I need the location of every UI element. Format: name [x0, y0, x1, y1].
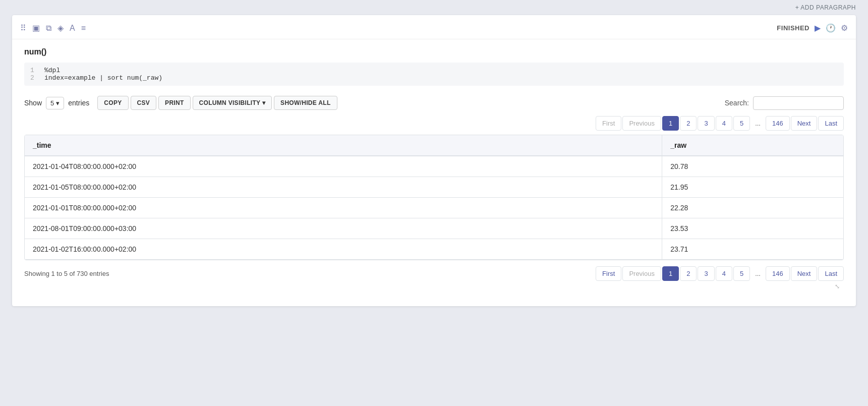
column-visibility-button[interactable]: COLUMN VISIBILITY ▾ — [193, 96, 272, 110]
main-card: ⠿ ▣ ⧉ ◈ A ≡ FINISHED ▶ 🕐 ⚙ num() 1 %dpl … — [12, 15, 856, 306]
page-4-top[interactable]: 4 — [716, 116, 732, 131]
table-row: 2021-08-01T09:00:00.000+03:0023.53 — [25, 218, 843, 239]
first-page-top[interactable]: First — [596, 116, 621, 131]
cell-raw-0: 20.78 — [662, 156, 843, 177]
search-input[interactable] — [753, 96, 844, 110]
clock-icon[interactable]: 🕐 — [826, 23, 836, 33]
page-1-bottom[interactable]: 1 — [662, 266, 679, 281]
page-3-top[interactable]: 3 — [698, 116, 714, 131]
card-body: num() 1 %dpl 2 index=example | sort num(… — [12, 39, 856, 298]
cell-raw-4: 23.71 — [662, 239, 843, 260]
section-title: num() — [24, 47, 844, 56]
cell-time-3: 2021-08-01T09:00:00.000+03:00 — [25, 218, 662, 239]
copy-button[interactable]: COPY — [97, 96, 128, 110]
search-label: Search: — [725, 99, 749, 107]
table-row: 2021-01-01T08:00:00.000+02:0022.28 — [25, 198, 843, 218]
pagination-top-nav: First Previous 1 2 3 4 5 ... 146 Next La… — [596, 116, 844, 131]
table-wrapper: _time _raw 2021-01-04T08:00:00.000+02:00… — [24, 135, 844, 260]
add-paragraph-button[interactable]: + ADD PARAGRAPH — [795, 4, 856, 11]
page-2-bottom[interactable]: 2 — [680, 266, 697, 281]
previous-page-bottom[interactable]: Previous — [622, 266, 661, 281]
show-entries: Show 5 ▾ entries — [24, 97, 89, 109]
toolbar-left: ⠿ ▣ ⧉ ◈ A ≡ — [20, 23, 86, 33]
cell-time-1: 2021-01-05T08:00:00.000+02:00 — [25, 177, 662, 198]
cell-time-0: 2021-01-04T08:00:00.000+02:00 — [25, 156, 662, 177]
pagination-top: First Previous 1 2 3 4 5 ... 146 Next La… — [24, 116, 844, 131]
finished-label: FINISHED — [777, 24, 809, 32]
page-5-top[interactable]: 5 — [733, 116, 750, 131]
code-block: 1 %dpl 2 index=example | sort num(_raw) — [24, 63, 844, 86]
table-row: 2021-01-05T08:00:00.000+02:0021.95 — [25, 177, 843, 198]
next-page-top[interactable]: Next — [791, 116, 818, 131]
pagination-bottom-nav: First Previous 1 2 3 4 5 ... 146 Next La… — [596, 266, 844, 281]
cell-raw-1: 21.95 — [662, 177, 843, 198]
text-icon[interactable]: A — [70, 24, 75, 33]
settings-icon[interactable]: ⚙ — [841, 23, 848, 33]
resize-handle[interactable]: ⤡ — [24, 281, 844, 290]
page-146-bottom[interactable]: 146 — [766, 266, 790, 281]
top-bar: + ADD PARAGRAPH — [0, 0, 868, 15]
code-line-2: 2 index=example | sort num(_raw) — [30, 74, 838, 82]
next-page-bottom[interactable]: Next — [791, 266, 818, 281]
first-page-bottom[interactable]: First — [596, 266, 621, 281]
action-buttons: COPY CSV PRINT COLUMN VISIBILITY ▾ SHOW/… — [97, 96, 337, 110]
show-label: Show — [24, 99, 42, 107]
page-146-top[interactable]: 146 — [766, 116, 790, 131]
page-2-top[interactable]: 2 — [680, 116, 697, 131]
table-header-row: _time _raw — [25, 135, 843, 156]
data-table: _time _raw 2021-01-04T08:00:00.000+02:00… — [25, 135, 843, 260]
datatable-controls: Show 5 ▾ entries COPY CSV PRINT COLUMN V… — [24, 96, 844, 110]
cell-raw-3: 23.53 — [662, 218, 843, 239]
page-5-bottom[interactable]: 5 — [733, 266, 750, 281]
run-icon[interactable]: ▶ — [815, 23, 821, 33]
toolbar-right: FINISHED ▶ 🕐 ⚙ — [777, 23, 848, 33]
copy-doc-icon[interactable]: ⧉ — [46, 24, 51, 33]
page-3-bottom[interactable]: 3 — [698, 266, 714, 281]
entries-label: entries — [68, 99, 89, 107]
show-value: 5 — [50, 99, 54, 107]
ellipsis-bottom: ... — [751, 267, 765, 280]
table-footer: Showing 1 to 5 of 730 entries First Prev… — [24, 266, 844, 281]
card-toolbar: ⠿ ▣ ⧉ ◈ A ≡ FINISHED ▶ 🕐 ⚙ — [12, 23, 856, 39]
previous-page-top[interactable]: Previous — [622, 116, 661, 131]
show-hide-all-button[interactable]: SHOW/HIDE ALL — [274, 96, 337, 110]
showing-text: Showing 1 to 5 of 730 entries — [24, 270, 109, 277]
code-line-1: 1 %dpl — [30, 67, 838, 74]
page-1-top[interactable]: 1 — [662, 116, 679, 131]
code-text-1: %dpl — [44, 67, 60, 74]
list-icon[interactable]: ≡ — [81, 24, 86, 33]
table-row: 2021-01-02T16:00:00.000+02:0023.71 — [25, 239, 843, 260]
code-text-2: index=example | sort num(_raw) — [44, 74, 162, 82]
last-page-bottom[interactable]: Last — [818, 266, 844, 281]
move-icon[interactable]: ⠿ — [20, 23, 26, 33]
csv-button[interactable]: CSV — [131, 96, 157, 110]
flame-icon[interactable]: ◈ — [57, 23, 64, 33]
col-header-raw: _raw — [662, 135, 843, 156]
chevron-down-icon: ▾ — [56, 99, 60, 107]
cell-raw-2: 22.28 — [662, 198, 843, 218]
cell-time-2: 2021-01-01T08:00:00.000+02:00 — [25, 198, 662, 218]
col-header-time: _time — [25, 135, 662, 156]
line-num-1: 1 — [30, 67, 38, 74]
ellipsis-top: ... — [751, 117, 765, 130]
cell-time-4: 2021-01-02T16:00:00.000+02:00 — [25, 239, 662, 260]
print-button[interactable]: PRINT — [158, 96, 191, 110]
page-4-bottom[interactable]: 4 — [716, 266, 732, 281]
search-area: Search: — [725, 96, 844, 110]
show-select[interactable]: 5 ▾ — [46, 97, 64, 109]
line-num-2: 2 — [30, 74, 38, 82]
last-page-top[interactable]: Last — [818, 116, 844, 131]
table-row: 2021-01-04T08:00:00.000+02:0020.78 — [25, 156, 843, 177]
save-icon[interactable]: ▣ — [32, 23, 40, 33]
